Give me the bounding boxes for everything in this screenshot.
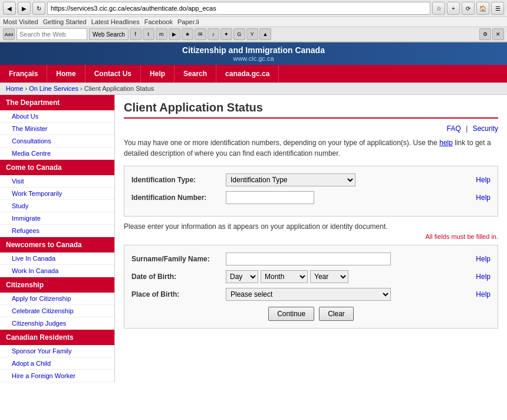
toolbar-icon-6[interactable]: ✉: [195, 28, 206, 40]
surname-input[interactable]: [226, 252, 391, 265]
nav-contact-us[interactable]: Contact Us: [85, 65, 141, 83]
nav-francais[interactable]: Français: [0, 65, 47, 83]
sidebar-section-come-to-canada: Come to Canada: [0, 160, 114, 175]
bookmark-paperli[interactable]: Paper.li: [177, 18, 199, 25]
nav-search[interactable]: Search: [175, 65, 216, 83]
toolbar-icon-7[interactable]: ♪: [208, 28, 219, 40]
sidebar-item-celebrate-citizenship[interactable]: Celebrate Citizenship: [0, 305, 114, 317]
day-select[interactable]: Day 12345 678910 15202531: [226, 270, 258, 283]
bookmark-add[interactable]: +: [447, 2, 460, 15]
pob-help-link[interactable]: Help: [476, 290, 490, 298]
sidebar-item-work-in-canada[interactable]: Work In Canada: [0, 265, 114, 277]
address-bar[interactable]: [47, 2, 430, 15]
bookmark-getting-started[interactable]: Getting Started: [43, 18, 87, 25]
toolbar-icon-8[interactable]: ✦: [220, 28, 232, 40]
search-input[interactable]: [17, 28, 87, 40]
month-select[interactable]: Month JanuaryFebruaryMarch AprilMayJune …: [261, 270, 308, 283]
place-of-birth-select[interactable]: Please select: [226, 288, 391, 301]
sidebar-item-apply-citizenship[interactable]: Apply for Citizenship: [0, 293, 114, 305]
web-search-button[interactable]: Web Search: [89, 28, 129, 40]
refresh-icon[interactable]: ⟳: [462, 2, 475, 15]
sidebar-item-consultations[interactable]: Consultations: [0, 135, 114, 147]
sidebar-section-citizenship: Citizenship: [0, 277, 114, 293]
site-header: Citizenship and Immigration Canada www.c…: [0, 42, 507, 65]
breadcrumb-current: Client Application Status: [84, 85, 154, 92]
page-title: Client Application Status: [124, 101, 498, 119]
pob-row: Place of Birth: Please select Help: [131, 288, 490, 301]
id-type-select[interactable]: Identification Type UCI Number Applicati…: [226, 173, 355, 186]
bookmark-facebook[interactable]: Facebook: [144, 18, 173, 25]
main-layout: The Department About Us The Minister Con…: [0, 95, 507, 382]
toolbar-icon-4[interactable]: ▶: [169, 28, 180, 40]
forward-button[interactable]: ▶: [18, 2, 31, 15]
home-icon[interactable]: 🏠: [476, 2, 489, 15]
nav-help[interactable]: Help: [141, 65, 175, 83]
sidebar-item-sponsor-family[interactable]: Sponsor Your Family: [0, 345, 114, 357]
sidebar-section-canadian-residents: Canadian Residents: [0, 330, 114, 345]
surname-help: Help: [476, 255, 490, 263]
clear-button[interactable]: Clear: [319, 307, 354, 321]
toolbar-icon-3[interactable]: m: [156, 28, 167, 40]
id-number-input[interactable]: [226, 191, 314, 204]
surname-control: [226, 252, 470, 265]
id-number-help-link[interactable]: Help: [476, 193, 490, 202]
toolbar-icon-5[interactable]: ★: [182, 28, 193, 40]
browser-toolbar: ◀ ▶ ↻ ☆ + ⟳ 🏠 ☰: [0, 0, 507, 17]
toolbar-icon-1[interactable]: f: [130, 28, 141, 40]
content-area: Client Application Status FAQ | Security…: [115, 95, 507, 382]
dob-help-link[interactable]: Help: [476, 273, 490, 281]
sidebar-item-live-in-canada[interactable]: Live In Canada: [0, 252, 114, 265]
id-number-label: Identification Number:: [131, 193, 226, 202]
dob-selects: Day 12345 678910 15202531 Month JanuaryF…: [226, 270, 470, 283]
close-icon[interactable]: ✕: [492, 28, 504, 40]
sidebar-item-work-temporarily[interactable]: Work Temporarily: [0, 188, 114, 200]
sidebar-item-the-minister[interactable]: The Minister: [0, 123, 114, 135]
nav-canada-gc[interactable]: canada.gc.ca: [216, 65, 279, 83]
nav-home[interactable]: Home: [47, 65, 85, 83]
sidebar-item-citizenship-judges[interactable]: Citizenship Judges: [0, 317, 114, 330]
sidebar-item-refugees[interactable]: Refugees: [0, 225, 114, 237]
toolbar-icon-10[interactable]: Y: [246, 28, 258, 40]
form-buttons: Continue Clear: [131, 307, 490, 321]
menu-icon[interactable]: ☰: [491, 2, 504, 15]
dob-control: Day 12345 678910 15202531 Month JanuaryF…: [226, 270, 470, 283]
sidebar-item-visit[interactable]: Visit: [0, 175, 114, 188]
dob-row: Date of Birth: Day 12345 678910 15202531…: [131, 270, 490, 283]
breadcrumb-home[interactable]: Home: [6, 85, 23, 92]
sidebar-item-adopt-child[interactable]: Adopt a Child: [0, 357, 114, 370]
toolbar-icon-9[interactable]: G: [233, 28, 245, 40]
browser-chrome: ◀ ▶ ↻ ☆ + ⟳ 🏠 ☰ Most Visited Getting Sta…: [0, 0, 507, 42]
year-select[interactable]: Year 201420132000 199019801970: [310, 270, 348, 283]
bookmark-most-visited[interactable]: Most Visited: [3, 18, 38, 25]
browser-bookmarks: Most Visited Getting Started Latest Head…: [0, 17, 507, 27]
sidebar-item-about-us[interactable]: About Us: [0, 110, 114, 123]
main-nav: Français Home Contact Us Help Search can…: [0, 65, 507, 83]
id-number-control: [226, 191, 470, 204]
surname-label: Surname/Family Name:: [131, 255, 226, 263]
settings-icon[interactable]: ⚙: [479, 28, 491, 40]
id-type-help-link[interactable]: Help: [476, 176, 490, 184]
bookmark-star[interactable]: ☆: [432, 2, 445, 15]
faq-link[interactable]: FAQ: [447, 124, 461, 133]
continue-button[interactable]: Continue: [268, 307, 314, 321]
surname-row: Surname/Family Name: Help: [131, 252, 490, 265]
help-inline-link[interactable]: help: [439, 139, 453, 147]
pob-label: Place of Birth:: [131, 290, 226, 298]
security-link[interactable]: Security: [473, 124, 498, 133]
toolbar-icon-2[interactable]: t: [143, 28, 154, 40]
sidebar-item-hire-foreign-worker[interactable]: Hire a Foreign Worker: [0, 370, 114, 382]
back-button[interactable]: ◀: [3, 2, 16, 15]
sidebar: The Department About Us The Minister Con…: [0, 95, 115, 382]
sidebar-item-study[interactable]: Study: [0, 200, 114, 212]
surname-help-link[interactable]: Help: [476, 255, 490, 263]
bookmark-latest-headlines[interactable]: Latest Headlines: [91, 18, 140, 25]
addthis-icon[interactable]: Add: [3, 28, 15, 40]
sidebar-item-immigrate[interactable]: Immigrate: [0, 212, 114, 225]
id-type-control: Identification Type UCI Number Applicati…: [226, 173, 470, 186]
sidebar-item-media-centre[interactable]: Media Centre: [0, 147, 114, 160]
id-type-row: Identification Type: Identification Type…: [131, 173, 490, 186]
breadcrumb-online-services[interactable]: On Line Services: [29, 85, 78, 92]
toolbar-icon-11[interactable]: ▲: [259, 28, 271, 40]
info-note: Please enter your information as it appe…: [124, 222, 498, 231]
reload-button[interactable]: ↻: [32, 2, 45, 15]
